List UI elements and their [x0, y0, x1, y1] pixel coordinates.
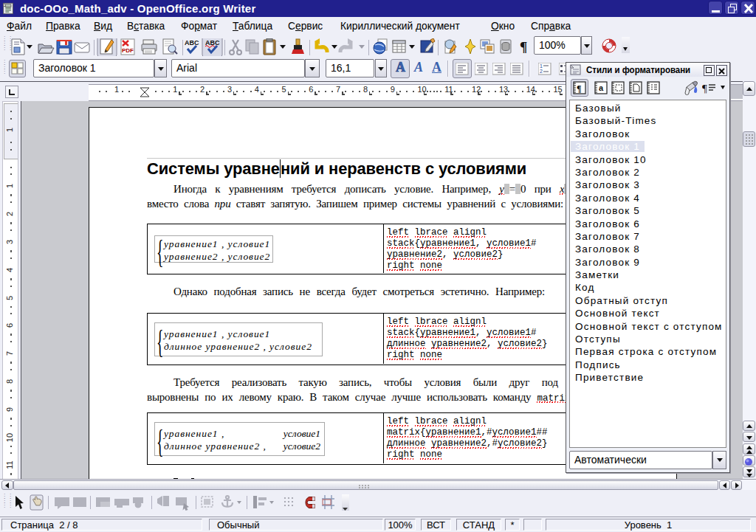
svg-text:1: 1: [540, 63, 543, 69]
svg-text:PDF: PDF: [122, 47, 134, 54]
svg-text:¶: ¶: [520, 39, 527, 55]
svg-text:a: a: [599, 83, 604, 92]
svg-text:¶: ¶: [702, 83, 707, 94]
svg-text:¶: ¶: [577, 83, 581, 94]
svg-text:ABC: ABC: [185, 39, 199, 46]
svg-text:2: 2: [540, 69, 543, 74]
